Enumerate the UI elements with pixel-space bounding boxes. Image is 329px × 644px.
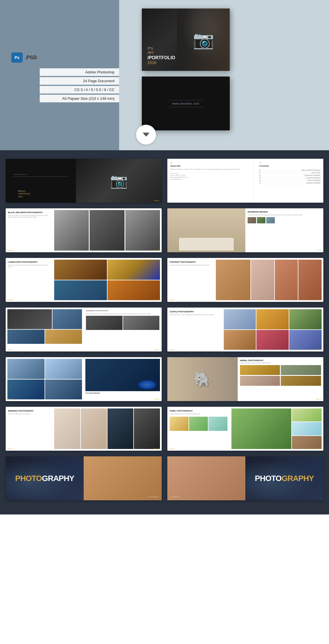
- page-num-pt-left: Page 11: [170, 299, 175, 301]
- wedding-body: Lorem ipsum dolor sit amet consectetur.: [8, 413, 50, 415]
- sofa-shape: [179, 238, 234, 251]
- contents-panel: ★ Contents 01Black and White Photography…: [253, 159, 324, 203]
- content-item-4: 06Corporate Photography: [259, 177, 321, 179]
- spread-about: ★ About Me Habitasse phasellus sit ipsum…: [167, 159, 323, 203]
- contents-list: 01Black and White Photography 02Interior…: [259, 169, 321, 184]
- about-contents-inner: ★ About Me Habitasse phasellus sit ipsum…: [167, 159, 323, 203]
- landscape-photo-3: [54, 280, 107, 300]
- landscape-photo-2: [107, 260, 160, 280]
- animal-thumbs: [240, 365, 321, 386]
- bw-title: BLACK AND WHITE PHOTOGRAPHY: [8, 211, 50, 214]
- spread-portrait: PORTRAIT PHOTOGRAPHY Lorem ipsum dolor s…: [167, 258, 323, 302]
- camera-person-image: 📷: [76, 159, 162, 203]
- photography-image-left-2: photogrApHY: [167, 456, 245, 500]
- business-photos-left: [6, 308, 84, 351]
- animal-thumb-2: [281, 365, 321, 375]
- family-side-photos: [292, 408, 322, 449]
- scroll-button[interactable]: [136, 125, 156, 145]
- page-num-cp-right: Page 16: [316, 349, 321, 350]
- business-photo-main: [7, 309, 52, 329]
- cover-dark-inner: 📷 www.jhondoe.com IT'S /MY/PORTFOLIO2016: [6, 159, 162, 203]
- family-text: FAMILY PHOTOGRAPHY Lorem ipsum dolor sit…: [167, 407, 230, 451]
- info-row-4: A5 Papaer Size (210 x 148 mm): [40, 95, 119, 102]
- page-num-bw-left: Page 05: [8, 249, 13, 251]
- photography-text-block-1: photogrApHY: [15, 475, 74, 482]
- page-num-wd-left: Page 21: [8, 448, 13, 450]
- city-photo-1: [7, 359, 45, 379]
- portrait-photo-2: [251, 260, 274, 300]
- bottom-section: 📷 www.jhondoe.com IT'S /MY/PORTFOLIO2016…: [0, 150, 329, 514]
- cover-photo: 📷: [177, 9, 230, 71]
- wedding-photo-4: [134, 408, 160, 449]
- page-num-cy-left: Page 17: [8, 398, 13, 400]
- photography-text-right-2: photogrApHY: [245, 456, 323, 500]
- animal-thumb-4: [281, 376, 321, 386]
- wedding-inner: WEDDING PHOTOGRAPHY Lorem ipsum dolor si…: [6, 407, 162, 451]
- city-photo-2: [45, 359, 82, 379]
- portrait-title: PORTRAIT PHOTOGRAPHY: [170, 261, 212, 263]
- family-body: Lorem ipsum dolor sit amet consectetur a…: [170, 413, 227, 415]
- spreads-row-4: BUSINESS PHOTOGRAPHY Lorem ipsum dolor s…: [6, 308, 323, 351]
- spread-landscapes: LANDSCAPES PHOTOGRAPHY Lorem ipsum dolor…: [6, 258, 162, 302]
- family-inner: FAMILY PHOTOGRAPHY Lorem ipsum dolor sit…: [167, 407, 323, 451]
- page-num-pt-right: Page 12: [316, 299, 321, 301]
- animal-inner: 🐘 ANIMAL PHOTOGRAPHY Lorem ipsum dolor s…: [167, 357, 323, 401]
- city-title: CITY PHOTOGRAPHY: [85, 392, 160, 394]
- cover-year: 2016: [147, 60, 175, 65]
- cover-portfolio: /PORTFOLIO: [147, 55, 175, 60]
- city-photo-3: [7, 380, 45, 400]
- cover-inner: 📷 IT'S /MY /PORTFOLIO 2016: [142, 9, 230, 71]
- spread-animal: 🐘 ANIMAL PHOTOGRAPHY Lorem ipsum dolor s…: [167, 357, 323, 401]
- animal-text-panel: ANIMAL PHOTOGRAPHY Lorem ipsum dolor sit…: [238, 357, 324, 401]
- landscape-photo-1: [54, 260, 107, 280]
- animal-thumb-3: [240, 376, 280, 386]
- url-line: [14, 176, 68, 177]
- business-subtitle: BUSINESS PHOTOGRAPHY: [86, 310, 159, 312]
- spreads-row-1: 📷 www.jhondoe.com IT'S /MY/PORTFOLIO2016…: [6, 159, 323, 203]
- landscape-title: LANDSCAPES PHOTOGRAPHY: [8, 261, 50, 263]
- graphy-text-white: grApHY: [42, 474, 74, 483]
- business-right-photos: [86, 316, 159, 330]
- spreads-row-5: CITY PHOTOGRAPHY Page 17 Page 18 🐘 ANIMA…: [6, 357, 323, 401]
- graphy-txt-gold: grApHY: [282, 474, 314, 483]
- bw-body: Lorem ipsum dolor sit amet consectetur a…: [8, 215, 50, 219]
- wedding-title: WEDDING PHOTOGRAPHY: [8, 410, 50, 412]
- bw-photos: [52, 208, 162, 252]
- info-row-3: CS 3 / 4 / 5 / 5.5 / 6 / CC: [40, 86, 119, 94]
- landscape-text: LANDSCAPES PHOTOGRAPHY Lorem ipsum dolor…: [6, 258, 52, 302]
- portrait-body: Lorem ipsum dolor sit amet consectetur a…: [170, 264, 212, 266]
- city-photo-4: [45, 380, 82, 400]
- wedding-photo-1: [54, 408, 80, 449]
- spreads-row-2: BLACK AND WHITE PHOTOGRAPHY Lorem ipsum …: [6, 208, 323, 252]
- animal-body: Lorem ipsum dolor sit amet consectetur a…: [240, 362, 321, 364]
- psd-label: .PSD: [25, 55, 37, 61]
- spread-city: CITY PHOTOGRAPHY Page 17 Page 18: [6, 357, 162, 401]
- cover-my: /MY: [147, 50, 175, 55]
- business-photo-side: [52, 309, 82, 329]
- couple-inner: COUPLE PHOTOGRAPHY Lorem ipsum dolor sit…: [167, 308, 323, 351]
- content-item-2: 02Interior Design: [259, 171, 321, 174]
- photography-text-block-2: photogrApHY: [255, 475, 314, 482]
- logo-row: Ps .PSD: [11, 52, 119, 63]
- content-item-6: 10Wedding Photography: [259, 182, 321, 184]
- about-panel: ★ About Me Habitasse phasellus sit ipsum…: [167, 159, 253, 203]
- mockup-area: 📷 IT'S /MY /PORTFOLIO 2016 www.jhondoe.c…: [119, 0, 329, 150]
- page-num-fm-left: Page 23: [170, 448, 175, 450]
- photo-text-colored: photo: [15, 474, 42, 483]
- page-num-an-right: Page 20: [316, 398, 321, 400]
- bw-text-panel: BLACK AND WHITE PHOTOGRAPHY Lorem ipsum …: [6, 208, 52, 252]
- spread-interior: INTERIOR DESIGN Lorem ipsum dolor sit am…: [167, 208, 323, 252]
- bw-inner: BLACK AND WHITE PHOTOGRAPHY Lorem ipsum …: [6, 208, 162, 252]
- elephant-image: 🐘: [167, 357, 238, 401]
- portrait-inner: PORTRAIT PHOTOGRAPHY Lorem ipsum dolor s…: [167, 258, 323, 302]
- couple-photo-4: [224, 330, 256, 350]
- business-bottom-2: [45, 330, 82, 344]
- contents-title: Contents: [259, 165, 321, 167]
- couple-photo-1: [224, 309, 256, 329]
- wedding-photo-2: [81, 408, 107, 449]
- business-inner: BUSINESS PHOTOGRAPHY Lorem ipsum dolor s…: [6, 308, 162, 351]
- chevron-down-icon: [143, 133, 149, 137]
- url-text: www.jhondoe.com: [14, 173, 28, 175]
- photography-image-right-1: photographY: [84, 456, 162, 500]
- phot-caption-2a: photogrApHY: [170, 496, 180, 497]
